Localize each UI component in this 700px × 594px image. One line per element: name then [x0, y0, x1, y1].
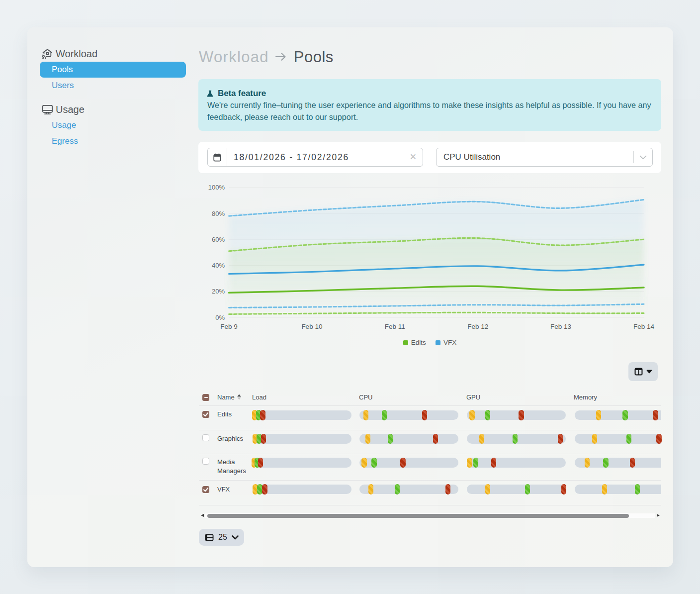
svg-text:60%: 60%	[212, 236, 225, 243]
svg-text:Feb 14: Feb 14	[633, 323, 655, 330]
svg-text:Feb 13: Feb 13	[550, 323, 571, 330]
svg-text:100%: 100%	[208, 184, 225, 191]
svg-text:Feb 10: Feb 10	[301, 323, 322, 330]
svg-text:Feb 11: Feb 11	[385, 323, 405, 330]
svg-text:Feb 9: Feb 9	[220, 323, 238, 330]
svg-text:40%: 40%	[212, 262, 225, 269]
svg-text:Feb 12: Feb 12	[467, 323, 488, 330]
svg-text:20%: 20%	[212, 288, 225, 295]
svg-text:0%: 0%	[215, 314, 225, 321]
svg-text:80%: 80%	[212, 210, 225, 217]
